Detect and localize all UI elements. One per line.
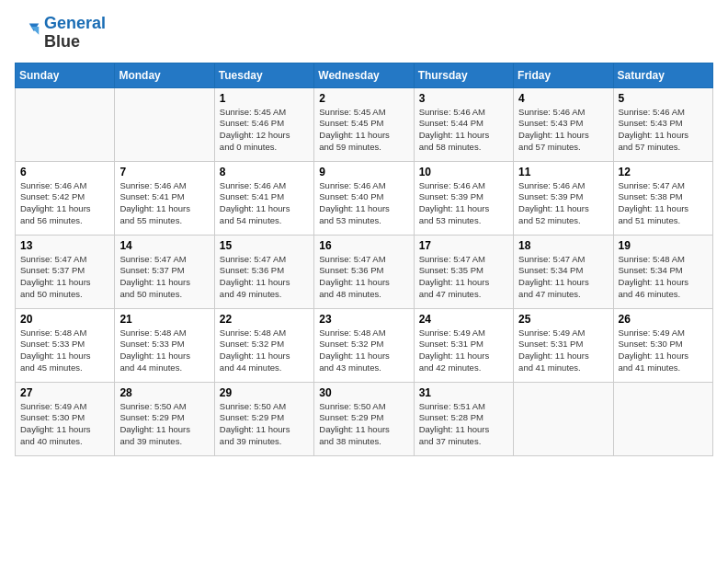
week-row-3: 13Sunrise: 5:47 AM Sunset: 5:37 PM Dayli…	[16, 235, 713, 308]
day-cell	[514, 382, 613, 455]
day-number: 20	[20, 313, 109, 326]
day-info: Sunrise: 5:46 AM Sunset: 5:42 PM Dayligh…	[20, 180, 109, 227]
day-cell: 13Sunrise: 5:47 AM Sunset: 5:37 PM Dayli…	[16, 235, 115, 308]
svg-marker-1	[31, 27, 40, 35]
day-info: Sunrise: 5:46 AM Sunset: 5:43 PM Dayligh…	[619, 107, 708, 154]
day-number: 5	[619, 92, 708, 105]
day-cell: 18Sunrise: 5:47 AM Sunset: 5:34 PM Dayli…	[514, 235, 613, 308]
page-header: General Blue	[15, 15, 713, 52]
day-cell: 21Sunrise: 5:48 AM Sunset: 5:33 PM Dayli…	[115, 308, 214, 382]
day-cell: 26Sunrise: 5:49 AM Sunset: 5:30 PM Dayli…	[613, 308, 712, 382]
day-cell: 3Sunrise: 5:46 AM Sunset: 5:44 PM Daylig…	[414, 87, 513, 161]
logo: General Blue	[15, 15, 106, 52]
day-number: 14	[119, 239, 209, 252]
column-header-friday: Friday	[514, 63, 613, 87]
calendar-header: SundayMondayTuesdayWednesdayThursdayFrid…	[16, 63, 713, 87]
day-cell: 30Sunrise: 5:50 AM Sunset: 5:29 PM Dayli…	[314, 382, 414, 455]
column-header-saturday: Saturday	[613, 63, 712, 87]
day-cell: 16Sunrise: 5:47 AM Sunset: 5:36 PM Dayli…	[314, 235, 414, 308]
day-cell: 15Sunrise: 5:47 AM Sunset: 5:36 PM Dayli…	[214, 235, 313, 308]
day-cell: 12Sunrise: 5:47 AM Sunset: 5:38 PM Dayli…	[613, 161, 712, 235]
day-cell	[115, 87, 214, 161]
day-cell: 19Sunrise: 5:48 AM Sunset: 5:34 PM Dayli…	[613, 235, 712, 308]
day-cell: 25Sunrise: 5:49 AM Sunset: 5:31 PM Dayli…	[514, 308, 613, 382]
day-number: 6	[20, 166, 109, 178]
day-number: 4	[518, 92, 608, 105]
day-cell: 4Sunrise: 5:46 AM Sunset: 5:43 PM Daylig…	[514, 87, 613, 161]
day-cell: 1Sunrise: 5:45 AM Sunset: 5:46 PM Daylig…	[214, 87, 313, 161]
week-row-4: 20Sunrise: 5:48 AM Sunset: 5:33 PM Dayli…	[16, 308, 713, 382]
column-header-thursday: Thursday	[414, 63, 513, 87]
logo-icon	[15, 20, 40, 46]
day-cell: 31Sunrise: 5:51 AM Sunset: 5:28 PM Dayli…	[414, 382, 513, 455]
column-header-tuesday: Tuesday	[214, 63, 313, 87]
day-number: 12	[619, 166, 708, 178]
day-cell: 5Sunrise: 5:46 AM Sunset: 5:43 PM Daylig…	[613, 87, 712, 161]
day-cell: 22Sunrise: 5:48 AM Sunset: 5:32 PM Dayli…	[214, 308, 313, 382]
day-number: 3	[419, 92, 508, 105]
day-cell: 29Sunrise: 5:50 AM Sunset: 5:29 PM Dayli…	[214, 382, 313, 455]
day-number: 18	[518, 239, 608, 252]
day-info: Sunrise: 5:51 AM Sunset: 5:28 PM Dayligh…	[419, 401, 508, 448]
day-number: 21	[119, 313, 209, 326]
day-number: 16	[319, 239, 408, 252]
day-number: 23	[319, 313, 408, 326]
day-info: Sunrise: 5:50 AM Sunset: 5:29 PM Dayligh…	[319, 401, 408, 448]
day-cell: 20Sunrise: 5:48 AM Sunset: 5:33 PM Dayli…	[16, 308, 115, 382]
day-info: Sunrise: 5:46 AM Sunset: 5:43 PM Dayligh…	[518, 107, 608, 154]
day-info: Sunrise: 5:48 AM Sunset: 5:34 PM Dayligh…	[619, 254, 708, 301]
day-number: 17	[419, 239, 508, 252]
day-info: Sunrise: 5:47 AM Sunset: 5:36 PM Dayligh…	[220, 254, 309, 301]
day-number: 2	[319, 92, 408, 105]
day-info: Sunrise: 5:47 AM Sunset: 5:38 PM Dayligh…	[619, 180, 708, 227]
day-info: Sunrise: 5:46 AM Sunset: 5:41 PM Dayligh…	[119, 180, 209, 227]
day-cell: 9Sunrise: 5:46 AM Sunset: 5:40 PM Daylig…	[314, 161, 414, 235]
day-info: Sunrise: 5:46 AM Sunset: 5:39 PM Dayligh…	[518, 180, 608, 227]
day-number: 25	[518, 313, 608, 326]
day-info: Sunrise: 5:47 AM Sunset: 5:35 PM Dayligh…	[419, 254, 508, 301]
day-cell: 2Sunrise: 5:45 AM Sunset: 5:45 PM Daylig…	[314, 87, 414, 161]
calendar-body: 1Sunrise: 5:45 AM Sunset: 5:46 PM Daylig…	[16, 87, 713, 455]
day-info: Sunrise: 5:49 AM Sunset: 5:30 PM Dayligh…	[619, 327, 708, 374]
day-info: Sunrise: 5:46 AM Sunset: 5:39 PM Dayligh…	[419, 180, 508, 227]
day-cell	[16, 87, 115, 161]
day-info: Sunrise: 5:47 AM Sunset: 5:34 PM Dayligh…	[518, 254, 608, 301]
day-number: 1	[220, 92, 309, 105]
day-cell: 23Sunrise: 5:48 AM Sunset: 5:32 PM Dayli…	[314, 308, 414, 382]
day-cell: 24Sunrise: 5:49 AM Sunset: 5:31 PM Dayli…	[414, 308, 513, 382]
day-info: Sunrise: 5:49 AM Sunset: 5:31 PM Dayligh…	[419, 327, 508, 374]
day-info: Sunrise: 5:46 AM Sunset: 5:40 PM Dayligh…	[319, 180, 408, 227]
day-cell: 10Sunrise: 5:46 AM Sunset: 5:39 PM Dayli…	[414, 161, 513, 235]
day-number: 19	[619, 239, 708, 252]
day-cell: 6Sunrise: 5:46 AM Sunset: 5:42 PM Daylig…	[16, 161, 115, 235]
day-number: 31	[419, 386, 508, 399]
day-cell: 28Sunrise: 5:50 AM Sunset: 5:29 PM Dayli…	[115, 382, 214, 455]
day-info: Sunrise: 5:48 AM Sunset: 5:33 PM Dayligh…	[119, 327, 209, 374]
day-number: 26	[619, 313, 708, 326]
week-row-5: 27Sunrise: 5:49 AM Sunset: 5:30 PM Dayli…	[16, 382, 713, 455]
day-number: 24	[419, 313, 508, 326]
day-number: 27	[20, 386, 109, 399]
day-cell: 17Sunrise: 5:47 AM Sunset: 5:35 PM Dayli…	[414, 235, 513, 308]
calendar-table: SundayMondayTuesdayWednesdayThursdayFrid…	[15, 63, 713, 456]
day-number: 28	[119, 386, 209, 399]
day-info: Sunrise: 5:45 AM Sunset: 5:45 PM Dayligh…	[319, 107, 408, 154]
day-info: Sunrise: 5:49 AM Sunset: 5:31 PM Dayligh…	[518, 327, 608, 374]
day-number: 8	[220, 166, 309, 178]
day-number: 29	[220, 386, 309, 399]
day-info: Sunrise: 5:46 AM Sunset: 5:44 PM Dayligh…	[419, 107, 508, 154]
day-number: 30	[319, 386, 408, 399]
day-number: 10	[419, 166, 508, 178]
day-info: Sunrise: 5:48 AM Sunset: 5:32 PM Dayligh…	[319, 327, 408, 374]
day-info: Sunrise: 5:47 AM Sunset: 5:36 PM Dayligh…	[319, 254, 408, 301]
header-row: SundayMondayTuesdayWednesdayThursdayFrid…	[16, 63, 713, 87]
column-header-monday: Monday	[115, 63, 214, 87]
day-cell: 7Sunrise: 5:46 AM Sunset: 5:41 PM Daylig…	[115, 161, 214, 235]
column-header-wednesday: Wednesday	[314, 63, 414, 87]
day-number: 9	[319, 166, 408, 178]
day-info: Sunrise: 5:47 AM Sunset: 5:37 PM Dayligh…	[119, 254, 209, 301]
day-cell	[613, 382, 712, 455]
day-cell: 14Sunrise: 5:47 AM Sunset: 5:37 PM Dayli…	[115, 235, 214, 308]
day-info: Sunrise: 5:50 AM Sunset: 5:29 PM Dayligh…	[119, 401, 209, 448]
day-cell: 27Sunrise: 5:49 AM Sunset: 5:30 PM Dayli…	[16, 382, 115, 455]
